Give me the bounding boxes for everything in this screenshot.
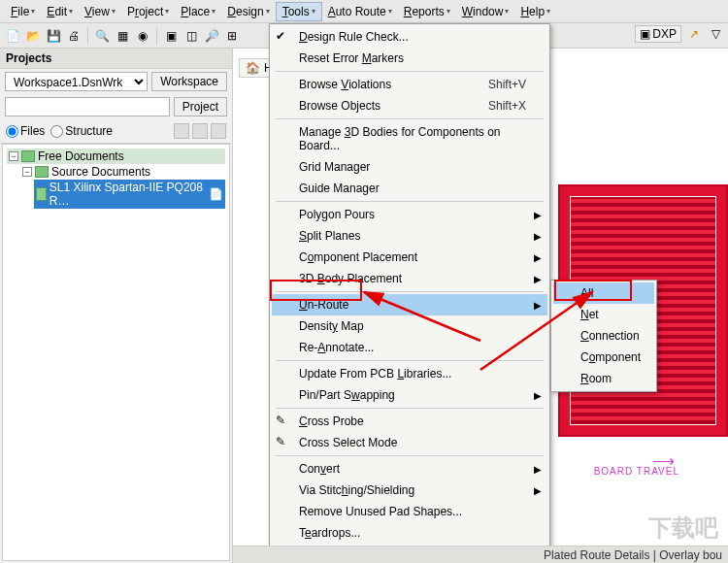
pcb-file-icon	[36, 187, 47, 201]
zoom-icon[interactable]: 🔍	[93, 27, 111, 45]
tree-label: SL1 Xilinx Spartan-IIE PQ208 R…	[50, 181, 206, 208]
menu-auto-route[interactable]: Auto Route▾	[322, 3, 398, 20]
menu-tools[interactable]: Tools▾	[276, 2, 322, 21]
mi-polygon-pours[interactable]: Polygon Pours▶	[272, 204, 547, 225]
mi-update-from-pcb-libraries[interactable]: Update From PCB Libraries...	[272, 363, 547, 384]
project-tree: − Free Documents − Source Documents SL1 …	[2, 144, 230, 561]
mi-split-planes[interactable]: Split Planes▶	[272, 225, 547, 247]
mi-browse-objects[interactable]: Browse ObjectsShift+X	[272, 95, 547, 116]
project-button[interactable]: Project	[174, 97, 227, 116]
workspace-button[interactable]: Workspace	[151, 72, 227, 91]
mi-component-placement[interactable]: Component Placement▶	[272, 247, 547, 268]
watermark: 下载吧	[648, 513, 718, 544]
tree-file-selected[interactable]: SL1 Xilinx Spartan-IIE PQ208 R… 📄	[34, 180, 225, 209]
menu-reports[interactable]: Reports▾	[398, 3, 456, 20]
smi-connection[interactable]: Connection	[553, 325, 654, 347]
mi-design-rule-check[interactable]: ✔Design Rule Check...	[272, 26, 547, 48]
status-text: Plated Route Details | Overlay bou	[544, 548, 722, 562]
dxp-button[interactable]: ▣ DXP	[635, 25, 681, 43]
menu-window[interactable]: Window▾	[456, 3, 515, 20]
menu-file[interactable]: File▾	[5, 3, 41, 20]
panel-icon-3[interactable]	[211, 123, 226, 139]
files-radio[interactable]: Files	[6, 124, 45, 138]
tools-dropdown: ✔Design Rule Check... Reset Error Marker…	[269, 23, 550, 563]
projects-panel: Projects Workspace1.DsnWrk Workspace Pro…	[0, 49, 233, 563]
mi-remove-unused-pad-shapes[interactable]: Remove Unused Pad Shapes...	[272, 501, 547, 522]
tool-icon-4[interactable]: ⊞	[223, 27, 241, 45]
mi-via-stitching[interactable]: Via Stitching/Shielding▶	[272, 480, 547, 501]
smi-room[interactable]: Room	[553, 368, 654, 389]
mi-cross-probe[interactable]: ✎Cross Probe	[272, 411, 547, 432]
print-icon[interactable]: 🖨	[65, 27, 83, 45]
panel-icon-2[interactable]	[192, 123, 208, 139]
structure-radio[interactable]: Structure	[50, 124, 113, 138]
mi-guide-manager[interactable]: Guide Manager	[272, 178, 547, 199]
mi-teardrops[interactable]: Teardrops...	[272, 522, 547, 544]
mi-3d-body-placement[interactable]: 3D Body Placement▶	[272, 268, 547, 289]
smi-all[interactable]: All	[553, 282, 654, 304]
menu-edit[interactable]: Edit▾	[41, 3, 79, 20]
tree-folder[interactable]: − Source Documents	[20, 164, 225, 180]
save-icon[interactable]: 💾	[45, 27, 62, 45]
menubar: File▾ Edit▾ View▾ Project▾ Place▾ Design…	[0, 0, 728, 23]
mi-convert[interactable]: Convert▶	[272, 458, 547, 480]
project-path-input[interactable]	[5, 97, 170, 116]
select-icon: ✎	[276, 435, 291, 450]
collapse-icon[interactable]: −	[9, 151, 18, 161]
mi-density-map[interactable]: Density Map	[272, 315, 547, 337]
probe-icon: ✎	[276, 414, 291, 429]
filter-icon[interactable]: ▽	[707, 25, 724, 43]
tree-label: Source Documents	[51, 165, 150, 179]
menu-help[interactable]: Help▾	[514, 3, 556, 20]
new-icon[interactable]: 📄	[4, 27, 21, 45]
open-icon[interactable]: 📂	[24, 27, 42, 45]
tool-icon-2[interactable]: ◫	[182, 27, 200, 45]
folder-icon	[35, 166, 49, 178]
mi-re-annotate[interactable]: Re-Annotate...	[272, 337, 547, 358]
folder-icon	[21, 150, 35, 162]
right-toolbar: ▣ DXP ↗ ▽	[635, 25, 724, 43]
menu-design[interactable]: Design▾	[221, 3, 275, 20]
doc-icon: 📄	[209, 187, 223, 201]
mi-pin-part-swapping[interactable]: Pin/Part Swapping▶	[272, 384, 547, 406]
mi-grid-manager[interactable]: Grid Manager	[272, 156, 547, 178]
tool-icon-1[interactable]: ▣	[162, 27, 180, 45]
smi-net[interactable]: Net	[553, 304, 654, 325]
tree-label: Free Documents	[38, 149, 124, 163]
board-travel-label: BOARD TRAVEL	[594, 466, 679, 477]
3d-icon[interactable]: ◉	[134, 27, 151, 45]
projects-panel-title: Projects	[0, 49, 232, 69]
panel-icon-1[interactable]	[174, 123, 189, 139]
mi-reset-error-markers[interactable]: Reset Error Markers	[272, 48, 547, 69]
menu-project[interactable]: Project▾	[121, 3, 175, 20]
unroute-submenu: All Net Connection Component Room	[550, 280, 657, 392]
mi-browse-violations[interactable]: Browse ViolationsShift+V	[272, 74, 547, 95]
tool-icon-3[interactable]: 🔎	[203, 27, 220, 45]
smi-component[interactable]: Component	[553, 347, 654, 368]
status-bar: Plated Route Details | Overlay bou	[233, 546, 728, 563]
menu-view[interactable]: View▾	[79, 3, 121, 20]
layers-icon[interactable]: ▦	[114, 27, 131, 45]
home-icon: 🏠	[246, 61, 260, 75]
drc-icon: ✔	[276, 29, 291, 45]
mi-manage-3d-bodies[interactable]: Manage 3D Bodies for Components on Board…	[272, 121, 547, 156]
mi-cross-select-mode[interactable]: ✎Cross Select Mode	[272, 432, 547, 453]
collapse-icon[interactable]: −	[22, 167, 32, 177]
menu-place[interactable]: Place▾	[175, 3, 221, 20]
arrow-icon[interactable]: ↗	[685, 25, 703, 43]
tree-root[interactable]: − Free Documents	[7, 149, 225, 164]
mi-un-route[interactable]: Un-Route▶	[272, 294, 547, 315]
workspace-select[interactable]: Workspace1.DsnWrk	[5, 72, 148, 91]
